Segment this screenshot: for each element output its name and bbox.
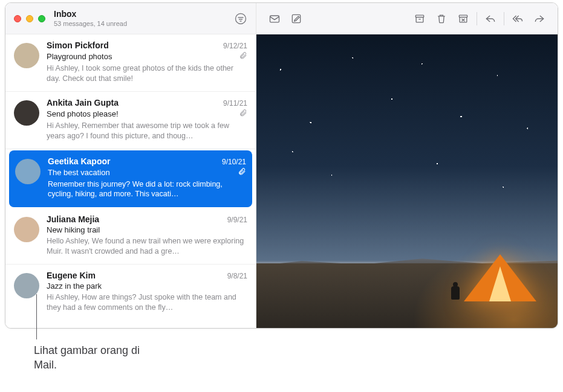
mail-window: Inbox 53 messages, 14 unread Simon Pickf… — [5, 2, 558, 329]
reply-button[interactable] — [484, 13, 496, 25]
toolbar-separator — [504, 12, 504, 25]
message-date: 9/11/21 — [223, 99, 247, 108]
message-list-pane: Inbox 53 messages, 14 unread Simon Pickf… — [5, 3, 256, 328]
sidebar-titlebar: Inbox 53 messages, 14 unread — [5, 3, 256, 34]
sender-name: Geetika Kapoor — [48, 156, 110, 166]
sender-avatar[interactable] — [14, 43, 39, 68]
minimize-window-button[interactable] — [26, 15, 33, 22]
message-summary: Ankita Jain Gupta 9/11/21 Send photos pl… — [47, 98, 247, 141]
message-summary: Geetika Kapoor 9/10/21 The best vacation… — [48, 156, 246, 200]
message-preview: Hi Ashley, How are things? Just spoke wi… — [47, 292, 247, 313]
message-date: 9/10/21 — [222, 158, 246, 166]
message-date: 9/8/21 — [227, 272, 247, 280]
sender-name: Ankita Jain Gupta — [47, 98, 119, 108]
attachment-icon — [239, 109, 247, 119]
toolbar-separator — [477, 12, 477, 25]
sender-name: Eugene Kim — [47, 271, 96, 280]
attachment-photo[interactable] — [256, 34, 558, 328]
attachment-icon — [239, 51, 247, 62]
message-subject: Jazz in the park — [47, 281, 102, 291]
message-preview: Hi Ashley, Remember that awesome trip we… — [47, 121, 247, 141]
mailbox-title-block: Inbox 53 messages, 14 unread — [54, 10, 234, 27]
person-graphic — [449, 282, 461, 301]
toolbar — [256, 3, 558, 34]
svg-rect-8 — [459, 15, 467, 17]
message-preview: Remember this journey? We did a lot: roc… — [48, 179, 246, 200]
sender-avatar[interactable] — [14, 100, 39, 126]
forward-button[interactable] — [533, 13, 545, 25]
message-date: 9/12/21 — [223, 42, 247, 50]
attachment-icon — [238, 167, 246, 178]
message-summary: Juliana Mejia 9/9/21 New hiking trail He… — [47, 214, 247, 257]
archive-button[interactable] — [414, 13, 426, 25]
message-subject: Send photos please! — [47, 109, 119, 118]
mailbox-name: Inbox — [54, 10, 234, 19]
sender-avatar[interactable] — [14, 217, 39, 242]
message-pane — [256, 3, 558, 328]
message-summary: Eugene Kim 9/8/21 Jazz in the park Hi As… — [47, 271, 247, 313]
message-preview: Hello Ashley, We found a new trail when … — [47, 236, 247, 257]
mailbox-status: 53 messages, 14 unread — [54, 20, 234, 27]
sender-avatar[interactable] — [15, 159, 41, 184]
svg-rect-6 — [415, 15, 423, 17]
tent-graphic — [464, 253, 536, 301]
message-row[interactable]: Geetika Kapoor 9/10/21 The best vacation… — [9, 150, 252, 208]
sender-name: Simon Pickford — [47, 40, 109, 50]
filter-button[interactable] — [234, 12, 247, 25]
message-row[interactable]: Simon Pickford 9/12/21 Playground photos… — [5, 34, 256, 92]
message-row[interactable]: Ankita Jain Gupta 9/11/21 Send photos pl… — [5, 92, 256, 149]
close-window-button[interactable] — [14, 15, 21, 22]
junk-button[interactable] — [457, 13, 469, 25]
reply-all-button[interactable] — [512, 13, 524, 25]
message-preview: Hi Ashley, I took some great photos of t… — [47, 63, 247, 84]
sender-avatar[interactable] — [14, 273, 39, 298]
message-date: 9/9/21 — [227, 216, 247, 224]
mark-read-button[interactable] — [268, 13, 281, 25]
callout-text: Lihat gambar orang di Mail. — [34, 343, 149, 373]
callout-leader-line — [36, 294, 37, 339]
message-row[interactable]: Eugene Kim 9/8/21 Jazz in the park Hi As… — [5, 265, 256, 320]
fullscreen-window-button[interactable] — [38, 15, 45, 22]
message-list[interactable]: Simon Pickford 9/12/21 Playground photos… — [5, 34, 256, 328]
window-controls — [14, 15, 45, 22]
message-content — [256, 34, 558, 328]
message-subject: The best vacation — [48, 168, 110, 177]
sender-name: Juliana Mejia — [47, 214, 99, 224]
svg-point-0 — [236, 13, 246, 24]
message-subject: Playground photos — [47, 52, 112, 61]
compose-button[interactable] — [290, 13, 302, 25]
message-summary: Simon Pickford 9/12/21 Playground photos… — [47, 40, 247, 84]
svg-rect-4 — [270, 16, 279, 22]
message-subject: New hiking trail — [47, 225, 100, 234]
delete-button[interactable] — [435, 13, 447, 25]
message-row[interactable]: Juliana Mejia 9/9/21 New hiking trail He… — [5, 208, 256, 265]
